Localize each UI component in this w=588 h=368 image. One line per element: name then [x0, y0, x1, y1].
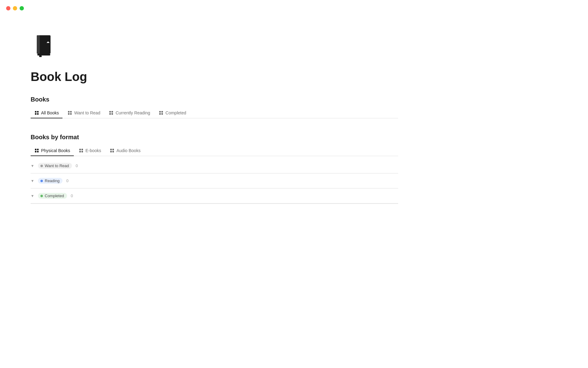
reading-chevron-icon: ▼ [31, 179, 36, 183]
book-icon [31, 31, 61, 61]
audio-books-format-grid-icon [110, 148, 115, 153]
tab-currently-reading[interactable]: Currently Reading [105, 108, 154, 118]
svg-rect-6 [35, 111, 36, 113]
svg-rect-24 [35, 151, 36, 152]
svg-rect-16 [109, 113, 111, 115]
svg-rect-14 [109, 111, 111, 113]
books-heading: Books [31, 96, 398, 103]
reading-badge: Reading [38, 178, 62, 184]
want-to-read-label: Want to Read [45, 163, 69, 168]
format-section: Books by format Physical Books E-books A… [31, 134, 398, 204]
traffic-lights [6, 6, 24, 10]
tab-want-to-read[interactable]: Want to Read [64, 108, 104, 118]
format-tab-audio-books[interactable]: Audio Books [106, 146, 144, 156]
physical-books-format-grid-icon [34, 148, 39, 153]
want-to-read-badge: Want to Read [38, 163, 72, 169]
reading-count: 0 [66, 178, 68, 183]
want-to-read-label: Want to Read [74, 110, 100, 115]
completed-count: 0 [71, 194, 73, 198]
group-row-want-to-read[interactable]: ▼ Want to Read 0 [31, 159, 398, 173]
svg-rect-20 [159, 113, 161, 115]
e-books-format-label: E-books [85, 148, 101, 153]
maximize-button[interactable] [20, 6, 24, 10]
svg-rect-10 [68, 111, 70, 113]
svg-rect-32 [110, 151, 112, 152]
book-icon-container [31, 31, 398, 63]
svg-rect-12 [68, 113, 70, 115]
books-tabs: All Books Want to Read Currently Reading… [31, 108, 398, 118]
completed-grid-icon [159, 110, 164, 115]
books-section: Books All Books Want to Read Currently R… [31, 96, 398, 118]
svg-rect-22 [35, 149, 36, 150]
svg-rect-7 [37, 111, 39, 113]
completed-label: Completed [165, 110, 186, 115]
groups-container: ▼ Want to Read 0 ▼ Reading 0 ▼ Completed… [31, 159, 398, 204]
format-tab-physical-books[interactable]: Physical Books [31, 146, 74, 156]
e-books-format-grid-icon [79, 148, 84, 153]
format-heading: Books by format [31, 134, 398, 141]
svg-rect-1 [37, 35, 40, 54]
svg-rect-17 [111, 113, 113, 115]
svg-rect-21 [161, 113, 163, 115]
currently-reading-grid-icon [109, 110, 114, 115]
svg-rect-5 [39, 56, 42, 57]
completed-chevron-icon: ▼ [31, 194, 36, 198]
want-to-read-dot [40, 165, 43, 167]
svg-rect-8 [35, 113, 36, 115]
all-books-grid-icon [34, 110, 39, 115]
audio-books-format-label: Audio Books [116, 148, 141, 153]
completed-badge: Completed [38, 193, 67, 199]
want-to-read-chevron-icon: ▼ [31, 164, 36, 168]
bottom-divider [31, 204, 398, 204]
completed-dot [40, 195, 43, 197]
svg-rect-31 [112, 149, 114, 150]
close-button[interactable] [6, 6, 10, 10]
svg-rect-33 [112, 151, 114, 152]
svg-rect-27 [81, 149, 83, 150]
svg-rect-15 [111, 111, 113, 113]
completed-label: Completed [45, 194, 64, 198]
svg-rect-13 [70, 113, 72, 115]
reading-dot [40, 180, 43, 182]
svg-rect-29 [81, 151, 83, 152]
minimize-button[interactable] [13, 6, 17, 10]
svg-rect-26 [79, 149, 81, 150]
format-tab-e-books[interactable]: E-books [75, 146, 105, 156]
all-books-label: All Books [41, 110, 59, 115]
format-tabs: Physical Books E-books Audio Books [31, 146, 398, 156]
svg-rect-18 [159, 111, 161, 113]
reading-label: Reading [45, 178, 59, 183]
want-to-read-count: 0 [76, 163, 78, 168]
svg-rect-28 [79, 151, 81, 152]
svg-rect-30 [110, 149, 112, 150]
page-title: Book Log [31, 70, 398, 84]
svg-rect-11 [70, 111, 72, 113]
svg-rect-25 [37, 151, 39, 152]
main-content: Book Log Books All Books Want to Read Cu… [0, 0, 429, 222]
currently-reading-label: Currently Reading [115, 110, 150, 115]
svg-rect-23 [37, 149, 39, 150]
tab-all-books[interactable]: All Books [31, 108, 62, 118]
group-row-reading[interactable]: ▼ Reading 0 [31, 174, 398, 188]
physical-books-format-label: Physical Books [41, 148, 70, 153]
svg-rect-4 [37, 54, 50, 56]
want-to-read-grid-icon [67, 110, 72, 115]
svg-rect-9 [37, 113, 39, 115]
tab-completed[interactable]: Completed [155, 108, 190, 118]
group-row-completed[interactable]: ▼ Completed 0 [31, 189, 398, 203]
svg-rect-19 [161, 111, 163, 113]
